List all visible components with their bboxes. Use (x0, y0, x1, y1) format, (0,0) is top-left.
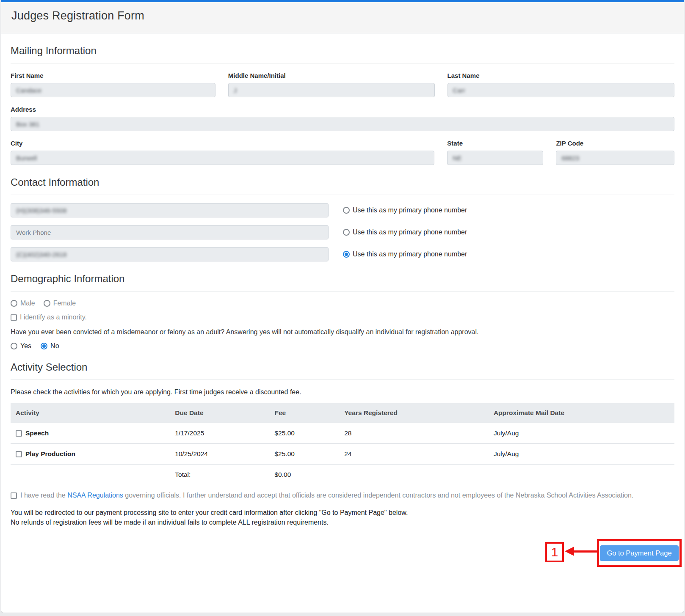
years-registered-column-header: Years Registered (339, 403, 489, 423)
table-header-row: Activity Due Date Fee Years Registered A… (11, 403, 674, 423)
speech-checkbox[interactable] (16, 430, 22, 437)
female-label: Female (53, 300, 76, 307)
mail-date-cell: July/Aug (489, 423, 674, 444)
agreement-text-pre: I have read the (20, 492, 66, 499)
arrow-head-icon (565, 547, 574, 556)
activity-table: Activity Due Date Fee Years Registered A… (11, 403, 674, 485)
activity-intro: Please check the activities for which yo… (11, 388, 674, 396)
work-phone-placeholder: Work Phone (16, 229, 51, 236)
zip-label: ZIP Code (556, 140, 674, 147)
home-phone-field[interactable]: (H)(308)346-5508 (11, 203, 329, 217)
payment-redirect-note: You will be redirected to our payment pr… (11, 508, 674, 517)
fee-cell: $25.00 (270, 423, 340, 444)
due-date-cell: 10/25/2024 (170, 444, 269, 465)
regulations-checkbox[interactable] (11, 492, 17, 499)
contact-information-section: Contact Information (H)(308)346-5508 Use… (11, 176, 674, 261)
primary-phone-radio-label: Use this as my primary phone number (353, 228, 467, 236)
agreement-text-post: governing officials. I further understan… (125, 492, 633, 499)
primary-phone-radio-label: Use this as my primary phone number (353, 206, 467, 214)
female-radio[interactable] (44, 300, 50, 307)
address-field[interactable]: Box 381 (11, 117, 674, 131)
middle-name-field[interactable]: J (228, 83, 435, 97)
due-date-column-header: Due Date (170, 403, 269, 423)
zip-field[interactable]: 68823 (556, 151, 674, 165)
mailing-heading: Mailing Information (11, 45, 674, 57)
primary-phone-radio-work[interactable] (343, 229, 350, 236)
play-production-checkbox[interactable] (16, 451, 22, 457)
primary-phone-radio-label: Use this as my primary phone number (353, 250, 467, 258)
mail-date-cell: July/Aug (489, 444, 674, 465)
primary-phone-radio-home[interactable] (343, 207, 350, 214)
middle-name-label: Middle Name/Initial (228, 72, 435, 79)
first-name-label: First Name (11, 72, 215, 79)
first-name-field[interactable]: Candace (11, 83, 215, 97)
male-radio[interactable] (11, 300, 17, 307)
state-field[interactable]: NE (447, 151, 543, 165)
felony-yes-radio[interactable] (11, 343, 17, 349)
fee-column-header: Fee (270, 403, 340, 423)
go-to-payment-page-button[interactable]: Go to Payment Page (600, 545, 678, 561)
cell-phone-value: (C)(402)340-2618 (16, 251, 66, 258)
first-name-value: Candace (16, 87, 41, 94)
zip-value: 68823 (561, 154, 579, 162)
city-field[interactable]: Burwell (11, 151, 434, 165)
mail-date-column-header: Approximate Mail Date (489, 403, 674, 423)
fee-cell: $25.00 (270, 444, 340, 465)
page-header: Judges Registration Form (1, 2, 684, 33)
last-name-field[interactable]: Carr (447, 83, 674, 97)
felony-no-radio[interactable] (41, 343, 47, 349)
form-body: Mailing Information First Name Candace M… (1, 45, 684, 590)
arrow-shaft (574, 550, 597, 553)
activity-column-header: Activity (11, 403, 170, 423)
due-date-cell: 1/17/2025 (170, 423, 269, 444)
divider (11, 291, 674, 292)
state-value: NE (453, 154, 461, 162)
annotation-arrow (565, 547, 597, 556)
primary-phone-radio-cell[interactable] (343, 251, 350, 258)
activity-selection-section: Activity Selection Please check the acti… (11, 361, 674, 590)
male-label: Male (20, 300, 35, 307)
activity-name: Speech (25, 429, 49, 437)
address-label: Address (11, 106, 674, 113)
activity-name: Play Production (25, 450, 75, 458)
no-refunds-note: No refunds of registration fees will be … (11, 517, 674, 527)
table-row-play-production: Play Production 10/25/2024 $25.00 24 Jul… (11, 444, 674, 465)
cell-phone-field[interactable]: (C)(402)340-2618 (11, 247, 329, 261)
bottom-spacer (11, 569, 674, 590)
page-title: Judges Registration Form (11, 9, 674, 22)
state-label: State (447, 140, 543, 147)
years-cell: 28 (339, 423, 489, 444)
work-phone-field[interactable]: Work Phone (11, 225, 329, 239)
mailing-information-section: Mailing Information First Name Candace M… (11, 45, 674, 165)
minority-checkbox[interactable] (11, 314, 17, 321)
years-cell: 24 (339, 444, 489, 465)
felony-no-label: No (50, 342, 59, 350)
demographic-information-section: Demographic Information Male Female I id… (11, 273, 674, 350)
nsaa-regulations-link[interactable]: NSAA Regulations (67, 492, 123, 499)
felony-yes-label: Yes (20, 342, 31, 350)
table-row-total: Total: $0.00 (11, 465, 674, 485)
annotation-highlight-rect: Go to Payment Page (597, 539, 682, 567)
action-row: 1 Go to Payment Page (11, 539, 674, 569)
annotation-number-box: 1 (545, 542, 564, 562)
table-row-speech: Speech 1/17/2025 $25.00 28 July/Aug (11, 423, 674, 444)
last-name-label: Last Name (447, 72, 674, 79)
regulations-agreement: I have read the NSAA Regulations governi… (11, 492, 674, 499)
minority-label: I identify as a minority. (20, 314, 87, 321)
activity-heading: Activity Selection (11, 361, 674, 373)
middle-name-value: J (234, 87, 237, 94)
total-value: $0.00 (270, 465, 340, 485)
contact-heading: Contact Information (11, 176, 674, 188)
divider (11, 195, 674, 195)
total-label: Total: (170, 465, 269, 485)
last-name-value: Carr (453, 87, 465, 94)
demographic-heading: Demographic Information (11, 273, 674, 285)
felony-question: Have you ever been convicted of a misdem… (11, 328, 674, 336)
home-phone-value: (H)(308)346-5508 (16, 207, 66, 214)
registration-form-page: Judges Registration Form Mailing Informa… (1, 0, 684, 613)
city-label: City (11, 140, 434, 147)
city-value: Burwell (16, 154, 37, 162)
address-value: Box 381 (16, 121, 39, 128)
divider (11, 380, 674, 380)
